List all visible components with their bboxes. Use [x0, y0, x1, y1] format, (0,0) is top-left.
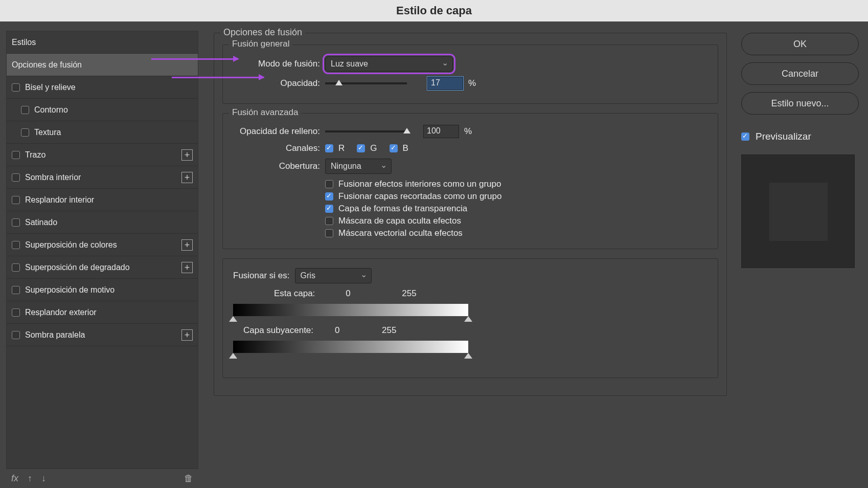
style-item-checkbox[interactable] [12, 196, 20, 204]
styles-header[interactable]: Estilos [7, 31, 198, 54]
style-item-checkbox[interactable] [21, 128, 29, 137]
styles-header-label: Estilos [12, 38, 36, 47]
style-item-5[interactable]: Sombra interior+ [7, 166, 198, 189]
this-layer-gradient[interactable] [233, 304, 468, 316]
titlebar: Estilo de capa [0, 0, 868, 21]
move-up-icon[interactable]: ↑ [28, 473, 32, 484]
adv-opt-checkbox-1[interactable] [325, 192, 333, 201]
under-layer-hi: 255 [382, 325, 396, 336]
add-effect-icon[interactable]: + [181, 172, 193, 183]
general-blending-legend: Fusión general [229, 39, 292, 49]
percent-label-2: % [464, 126, 472, 137]
fill-opacity-slider[interactable] [325, 130, 407, 132]
preview-label: Previsualizar [756, 131, 811, 142]
opacity-input[interactable]: 17 [427, 77, 463, 90]
adv-opt-checkbox-3[interactable] [325, 217, 333, 225]
adv-opt-label-4: Máscara vectorial oculta efectos [338, 228, 463, 238]
blend-if-group: Fusionar si es: Gris Esta capa: 0 255 [222, 258, 718, 378]
style-item-checkbox[interactable] [12, 151, 20, 159]
this-layer-label: Esta capa: [274, 289, 315, 299]
style-item-checkbox[interactable] [21, 106, 29, 114]
style-item-6[interactable]: Resplandor interior [7, 189, 198, 211]
style-item-8[interactable]: Superposición de colores+ [7, 234, 198, 256]
under-layer-lo: 0 [335, 325, 360, 336]
under-layer-gradient[interactable] [233, 341, 468, 353]
style-item-label: Contorno [34, 105, 68, 115]
coverage-value: Ninguna [331, 162, 361, 171]
blending-options-legend: Opciones de fusión [220, 27, 305, 38]
general-blending-group: Fusión general Modo de fusión: Luz suave [222, 45, 718, 104]
style-item-12[interactable]: Sombra paralela+ [7, 324, 198, 346]
add-effect-icon[interactable]: + [181, 262, 193, 273]
channel-b-label: B [403, 143, 408, 153]
style-item-checkbox[interactable] [12, 331, 20, 339]
style-item-checkbox[interactable] [12, 173, 20, 182]
style-item-7[interactable]: Satinado [7, 211, 198, 234]
new-style-button[interactable]: Estilo nuevo... [741, 92, 859, 115]
move-down-icon[interactable]: ↓ [41, 473, 46, 484]
adv-opt-checkbox-4[interactable] [325, 229, 333, 237]
adv-opt-label-2: Capa de formas de transparencia [338, 204, 467, 214]
cancel-button[interactable]: Cancelar [741, 62, 859, 85]
style-item-9[interactable]: Superposición de degradado+ [7, 256, 198, 279]
style-item-checkbox[interactable] [12, 263, 20, 272]
adv-opt-checkbox-2[interactable] [325, 205, 333, 213]
style-item-label: Sombra paralela [25, 330, 85, 340]
styles-sidebar: Estilos Opciones de fusiónBisel y reliev… [0, 21, 204, 488]
style-item-label: Textura [34, 128, 61, 137]
channel-b-checkbox[interactable] [390, 144, 398, 152]
style-item-checkbox[interactable] [12, 218, 20, 227]
preview-swatch [741, 154, 855, 268]
ok-button[interactable]: OK [741, 33, 859, 55]
style-item-checkbox[interactable] [12, 308, 20, 317]
channel-r-label: R [338, 143, 345, 153]
style-item-label: Opciones de fusión [12, 60, 82, 70]
style-item-checkbox[interactable] [12, 83, 20, 92]
blend-mode-value: Luz suave [331, 59, 368, 69]
add-effect-icon[interactable]: + [181, 329, 193, 341]
coverage-label: Cobertura: [233, 161, 320, 171]
style-item-label: Superposición de colores [25, 240, 117, 250]
blending-options-fieldset: Opciones de fusión Fusión general Modo d… [214, 33, 727, 396]
style-item-1[interactable]: Bisel y relieve [7, 76, 198, 99]
styles-list: Estilos Opciones de fusiónBisel y reliev… [6, 31, 198, 469]
style-item-label: Trazo [25, 150, 45, 160]
style-item-checkbox[interactable] [12, 241, 20, 249]
sidebar-footer: fx ↑ ↓ 🗑 [6, 469, 198, 488]
style-item-label: Sombra interior [25, 173, 81, 182]
blend-mode-label: Modo de fusión: [248, 59, 320, 69]
add-effect-icon[interactable]: + [181, 149, 193, 161]
adv-opt-checkbox-0[interactable] [325, 180, 333, 188]
style-item-label: Resplandor exterior [25, 308, 97, 317]
advanced-blending-group: Fusión avanzada Opacidad de relleno: 100… [222, 113, 718, 249]
style-item-3[interactable]: Textura [7, 121, 198, 144]
channel-r-checkbox[interactable] [325, 144, 333, 152]
fx-menu-icon[interactable]: fx [11, 473, 18, 484]
add-effect-icon[interactable]: + [181, 239, 193, 251]
adv-opt-label-1: Fusionar capas recortadas como un grupo [338, 191, 501, 202]
style-item-10[interactable]: Superposición de motivo [7, 279, 198, 301]
opacity-slider[interactable] [325, 82, 407, 84]
coverage-select[interactable]: Ninguna [325, 159, 392, 174]
this-layer-lo: 0 [346, 289, 371, 299]
fill-opacity-input[interactable]: 100 [423, 125, 459, 138]
dialog-buttons: OK Cancelar Estilo nuevo... Previsualiza… [741, 33, 859, 477]
style-item-2[interactable]: Contorno [7, 99, 198, 121]
style-item-0[interactable]: Opciones de fusión [7, 54, 198, 76]
channel-g-checkbox[interactable] [357, 144, 365, 152]
under-layer-label: Capa subyacente: [243, 325, 313, 336]
channels-label: Canales: [233, 143, 320, 153]
style-item-11[interactable]: Resplandor exterior [7, 301, 198, 324]
style-item-label: Resplandor interior [25, 195, 94, 205]
blend-mode-select[interactable]: Luz suave [325, 56, 453, 72]
blendif-value: Gris [301, 271, 315, 280]
annotation-arrow-blendmode [151, 58, 238, 60]
style-item-checkbox[interactable] [12, 286, 20, 294]
preview-checkbox[interactable] [741, 132, 749, 141]
trash-icon[interactable]: 🗑 [184, 473, 193, 484]
style-item-4[interactable]: Trazo+ [7, 144, 198, 166]
adv-opt-label-0: Fusionar efectos interiores como un grup… [338, 179, 501, 189]
window-title: Estilo de capa [396, 4, 472, 17]
percent-label: % [468, 78, 476, 88]
blendif-select[interactable]: Gris [295, 268, 372, 283]
